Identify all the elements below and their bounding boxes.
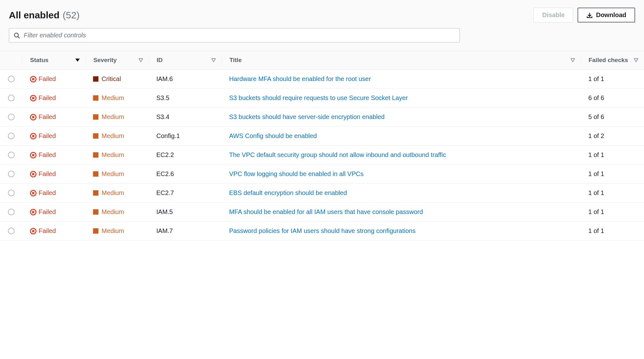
control-title-link[interactable]: AWS Config should be enabled [229, 132, 317, 139]
severity-cell: Medium [85, 94, 149, 102]
status-failed: Failed [30, 151, 85, 159]
select-radio[interactable] [8, 76, 15, 82]
status-failed: Failed [30, 208, 85, 216]
checks-cell: 1 of 1 [581, 227, 644, 235]
header-area: All enabled (52) Disable Download [0, 0, 644, 51]
severity-label: Medium [102, 227, 124, 235]
search-icon [14, 32, 20, 39]
col-id-label: ID [157, 57, 163, 64]
row-select-cell [0, 228, 22, 234]
control-title-link[interactable]: Password policies for IAM users should h… [229, 227, 416, 234]
filter-icon [211, 58, 216, 62]
title-cell: S3 buckets should have server-side encry… [222, 113, 581, 121]
table-row: FailedMediumEC2.2The VPC default securit… [0, 146, 644, 165]
severity-medium: Medium [93, 227, 149, 235]
control-id: IAM.6 [156, 75, 173, 82]
control-title-link[interactable]: EBS default encryption should be enabled [229, 189, 347, 196]
col-status-label: Status [30, 57, 48, 64]
filter-input[interactable] [24, 32, 455, 39]
filter-icon [634, 58, 638, 62]
id-cell: EC2.6 [149, 170, 222, 178]
id-cell: IAM.6 [149, 75, 222, 83]
col-head-checks[interactable]: Failed checks [581, 57, 644, 64]
title-cell: The VPC default security group should no… [222, 151, 581, 159]
select-radio[interactable] [8, 171, 15, 177]
control-id: S3.5 [156, 94, 169, 101]
table-header: Status Severity ID Title Failed checks [0, 51, 644, 70]
select-radio[interactable] [8, 209, 15, 215]
status-cell: Failed [22, 75, 85, 83]
filter-icon [139, 58, 143, 62]
table-row: FailedMediumS3.4S3 buckets should have s… [0, 108, 644, 127]
control-title-link[interactable]: The VPC default security group should no… [229, 151, 446, 158]
download-button[interactable]: Download [578, 8, 635, 22]
failed-icon [30, 209, 37, 216]
select-radio[interactable] [8, 133, 15, 139]
title-cell: MFA should be enabled for all IAM users … [222, 208, 581, 216]
status-failed: Failed [30, 132, 85, 140]
select-radio[interactable] [8, 95, 15, 101]
title-cell: Password policies for IAM users should h… [222, 227, 581, 235]
status-failed: Failed [30, 189, 85, 197]
col-head-status[interactable]: Status [22, 57, 85, 64]
page-title: All enabled [9, 10, 59, 21]
severity-label: Medium [102, 208, 124, 216]
control-title-link[interactable]: Hardware MFA should be enabled for the r… [229, 75, 371, 82]
severity-cell: Medium [85, 189, 149, 197]
control-title-link[interactable]: S3 buckets should require requests to us… [229, 94, 408, 101]
checks-cell: 1 of 1 [581, 208, 644, 216]
checks-cell: 1 of 1 [581, 189, 644, 197]
select-radio[interactable] [8, 152, 15, 158]
select-radio[interactable] [8, 190, 15, 196]
severity-medium: Medium [93, 113, 149, 121]
failed-icon [30, 152, 37, 159]
status-failed: Failed [30, 75, 85, 83]
col-head-severity[interactable]: Severity [85, 57, 149, 64]
select-radio[interactable] [8, 114, 15, 120]
status-failed: Failed [30, 170, 85, 178]
download-label: Download [596, 11, 626, 19]
severity-cell: Medium [85, 170, 149, 178]
control-title-link[interactable]: S3 buckets should have server-side encry… [229, 113, 385, 120]
failed-checks-value: 6 of 6 [588, 94, 604, 101]
control-id: Config.1 [156, 132, 180, 139]
severity-label: Medium [102, 189, 124, 197]
status-cell: Failed [22, 151, 85, 159]
select-radio[interactable] [8, 228, 15, 234]
row-select-cell [0, 152, 22, 158]
checks-cell: 6 of 6 [581, 94, 644, 102]
col-head-title[interactable]: Title [222, 57, 581, 64]
checks-cell: 1 of 1 [581, 75, 644, 83]
id-cell: EC2.2 [149, 151, 222, 159]
severity-medium: Medium [93, 132, 149, 140]
status-failed: Failed [30, 94, 85, 102]
filter-icon [571, 58, 575, 62]
severity-box-icon [93, 114, 98, 120]
control-id: EC2.7 [156, 189, 174, 196]
title-cell: VPC flow logging should be enabled in al… [222, 170, 581, 178]
failed-icon [30, 228, 37, 235]
disable-label: Disable [542, 11, 565, 19]
severity-box-icon [93, 209, 98, 215]
control-title-link[interactable]: VPC flow logging should be enabled in al… [229, 170, 364, 177]
severity-label: Critical [102, 75, 121, 83]
col-head-id[interactable]: ID [149, 57, 222, 64]
filter-box[interactable] [9, 28, 460, 42]
table-row: FailedCriticalIAM.6Hardware MFA should b… [0, 70, 644, 89]
status-cell: Failed [22, 94, 85, 102]
failed-icon [30, 190, 37, 197]
failed-checks-value: 1 of 1 [588, 189, 604, 196]
control-title-link[interactable]: MFA should be enabled for all IAM users … [229, 208, 423, 215]
status-label: Failed [39, 75, 56, 83]
status-label: Failed [39, 189, 56, 197]
failed-checks-value: 1 of 2 [588, 132, 604, 139]
status-cell: Failed [22, 189, 85, 197]
status-label: Failed [39, 94, 56, 102]
checks-cell: 5 of 6 [581, 113, 644, 121]
disable-button: Disable [534, 8, 573, 22]
sort-desc-icon [75, 59, 80, 62]
severity-label: Medium [102, 113, 124, 121]
col-severity-label: Severity [93, 57, 117, 64]
row-select-cell [0, 76, 22, 82]
control-id: IAM.5 [156, 208, 173, 215]
